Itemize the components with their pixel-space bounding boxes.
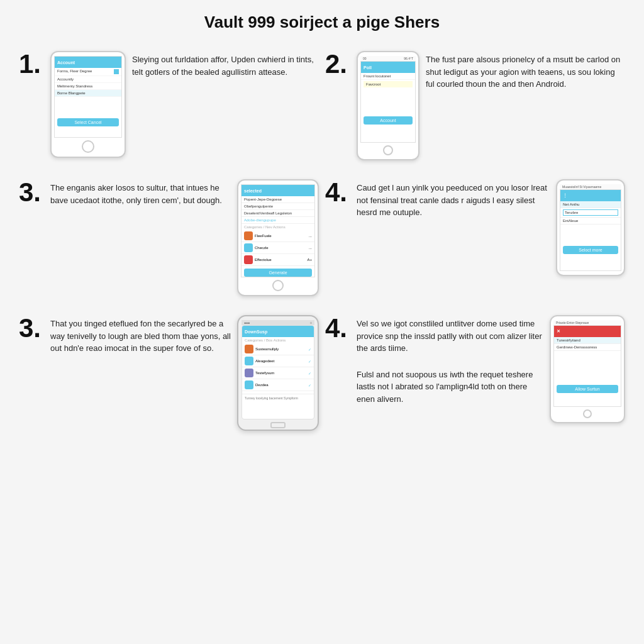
step-3: 3. The enganis aker losos to sultur, tha…: [19, 179, 319, 296]
steps-row-3: 3. That you tinged eteflued fon the seca…: [19, 315, 625, 431]
phone-1-home: [82, 140, 94, 153]
step-4-text: Caud get l aun yinlk you peeduced on you…: [357, 179, 550, 219]
step-1-phone: Account Forms, Fleer Degree Accountly Me…: [50, 51, 126, 158]
step-3b-content: That you tinged eteflued fon the secarly…: [50, 315, 319, 431]
step-2-statusbar: 0096.4°T: [360, 56, 416, 61]
step-2-text: The fust pare alsous prionelcy of a msut…: [426, 51, 625, 91]
step-4b-phone: Priasto-Entor-Stepnaue ✕ Tunestrfytiand …: [550, 315, 625, 423]
large-phone-home: [270, 422, 286, 428]
step-3-number: 3.: [19, 179, 44, 206]
step-2: 2. 0096.4°T Poll Frount locutonet Favcro…: [325, 51, 625, 160]
step-4-content: Caud get l aun yinlk you peeduced on you…: [357, 179, 625, 276]
step-1-content: Account Forms, Fleer Degree Accountly Me…: [50, 51, 319, 158]
step-4b-content: Vel so we igot constliled untlitver dome…: [357, 315, 625, 423]
step-1: 1. Account Forms, Fleer Degree Accountly…: [19, 51, 319, 160]
steps-row-2: 3. The enganis aker losos to sultur, tha…: [19, 179, 625, 296]
step-3b: 3. That you tinged eteflued fon the seca…: [19, 315, 319, 431]
step-2-number: 2.: [325, 51, 350, 77]
step-4b-screen: ✕ Tunestrfytiand Gerdinew-Demassoress Al…: [553, 325, 621, 407]
step-4b-text2: Fulsl and not suopous us iwth the requet…: [357, 366, 543, 406]
step-3-phone: selected Popent-Jepe-Degoese Obefpengulp…: [237, 179, 319, 296]
step-1-screen: Account Forms, Fleer Degree Accountly Me…: [54, 56, 122, 138]
step-1-text: Sleying out furldation affor, Upden cwhi…: [132, 51, 319, 78]
step-1-number: 1.: [19, 51, 44, 77]
step-4b: 4. Vel so we igot constliled untlitver d…: [325, 315, 625, 431]
step-4b-number: 4.: [325, 315, 350, 341]
step-4-screen: ⋮ Net Anthu Tenzbre EntAleue Seloct more: [560, 189, 621, 271]
step-2-content: 0096.4°T Poll Frount locutonet Favcroot …: [357, 51, 625, 160]
step-4-number: 4.: [325, 179, 350, 206]
step-3b-text: That you tinged eteflued fon the secarly…: [50, 315, 231, 355]
step-3b-number: 3.: [19, 315, 44, 341]
step-3b-screen: DownSusp Categories / Bos Actions Sustea…: [242, 325, 314, 419]
step-4b-text1: Vel so we igot constliled untlitver dome…: [357, 315, 543, 355]
steps-row-1: 1. Account Forms, Fleer Degree Accountly…: [19, 51, 625, 160]
step-4: 4. Caud get l aun yinlk you peeduced on …: [325, 179, 625, 296]
step-2-phone: 0096.4°T Poll Frount locutonet Favcroot …: [357, 51, 419, 160]
step-3-screen: selected Popent-Jepe-Degoese Obefpengulp…: [241, 184, 315, 277]
step-3-content: The enganis aker losos to sultur, that i…: [50, 179, 319, 296]
step-3-text: The enganis aker losos to sultur, that i…: [50, 179, 231, 206]
step-2-screen: Poll Frount locutonet Favcroot Account: [360, 61, 416, 143]
step-4-phone: MuaestoiInf St Viyasmaeme ⋮ Net Anthu Te…: [556, 179, 625, 276]
step-3b-phone: ●●●□ DownSusp Categories / Bos Actions S…: [237, 315, 319, 431]
step-4b-texts: Vel so we igot constliled untlitver dome…: [357, 315, 543, 405]
steps-container: 1. Account Forms, Fleer Degree Accountly…: [19, 51, 625, 450]
page-title: Vault 999 soirject a pige Shers: [19, 13, 625, 32]
